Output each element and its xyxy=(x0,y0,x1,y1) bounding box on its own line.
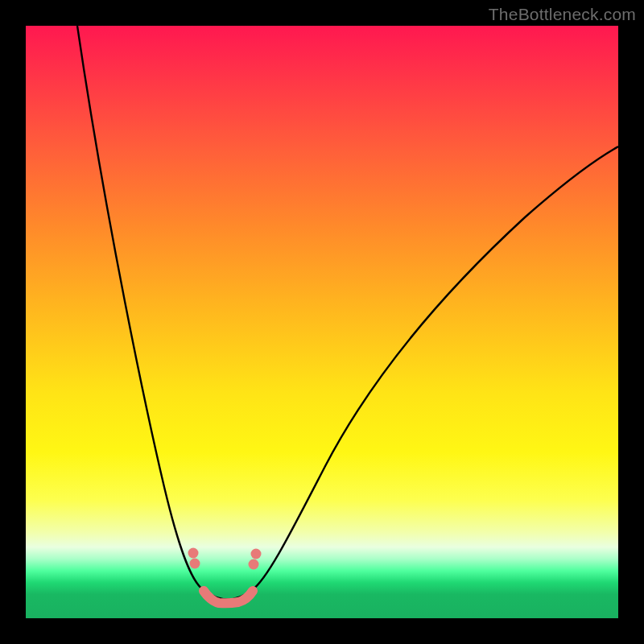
feature-bead-right-lower xyxy=(249,559,259,570)
curve-right-branch xyxy=(252,147,618,590)
feature-bead-left-lower xyxy=(190,559,200,569)
watermark-text: TheBottleneck.com xyxy=(489,5,636,24)
feature-bead-right-upper xyxy=(251,549,262,559)
feature-bead-left-upper xyxy=(188,548,199,559)
bottleneck-curve xyxy=(26,26,618,618)
plot-area xyxy=(26,26,618,618)
feature-bead-stroke xyxy=(204,591,253,603)
curve-left-branch xyxy=(77,26,204,590)
